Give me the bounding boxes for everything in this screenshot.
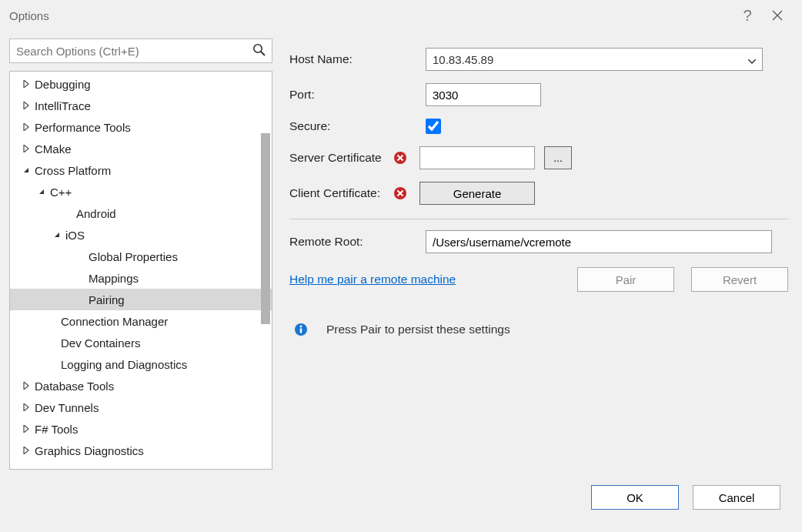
tree-item-database-tools[interactable]: Database Tools	[10, 375, 272, 396]
info-message: Press Pair to persist these settings	[326, 323, 510, 336]
chevron-right-icon[interactable]	[21, 145, 32, 152]
chevron-right-icon[interactable]	[21, 102, 32, 109]
tree-item-label: Mappings	[89, 272, 139, 285]
hostname-label: Host Name:	[289, 52, 409, 66]
tree-item-label: Dev Containers	[61, 336, 140, 350]
error-icon	[393, 151, 410, 165]
tree-item-intellitrace[interactable]: IntelliTrace	[10, 95, 272, 116]
remote-root-input[interactable]	[426, 230, 772, 253]
search-box	[9, 38, 272, 63]
window-title: Options	[9, 9, 49, 22]
server-cert-label: Server Certificate	[289, 151, 393, 165]
pair-button[interactable]: Pair	[577, 267, 674, 292]
svg-point-12	[300, 326, 302, 328]
client-cert-label: Client Certificate:	[289, 186, 393, 200]
scrollbar[interactable]	[259, 133, 272, 410]
options-tree: DebuggingIntelliTracePerformance ToolsCM…	[9, 71, 272, 470]
tree-item-graphics-diagnostics[interactable]: Graphics Diagnostics	[10, 440, 272, 461]
chevron-right-icon[interactable]	[21, 80, 32, 88]
tree-item-pairing[interactable]: Pairing	[10, 289, 272, 310]
titlebar: Options ?	[0, 0, 802, 31]
chevron-down-icon[interactable]	[748, 53, 756, 66]
tree-item-f-tools[interactable]: F# Tools	[10, 418, 272, 440]
tree-item-label: CMake	[35, 142, 72, 156]
chevron-right-icon[interactable]	[21, 123, 32, 131]
tree-item-global-properties[interactable]: Global Properties	[10, 246, 272, 267]
help-icon[interactable]: ?	[731, 0, 762, 31]
tree-item-label: Connection Manager	[61, 315, 168, 328]
tree-item-label: Pairing	[89, 293, 125, 306]
scrollbar-thumb[interactable]	[261, 133, 270, 324]
tree-item-mappings[interactable]: Mappings	[10, 267, 272, 289]
tree-item-label: Android	[76, 207, 116, 220]
chevron-down-icon[interactable]	[52, 231, 62, 239]
tree-item-label: IntelliTrace	[35, 99, 91, 112]
svg-text:?: ?	[744, 8, 752, 22]
revert-button[interactable]: Revert	[691, 267, 788, 292]
generate-button[interactable]: Generate	[419, 182, 535, 205]
dialog-footer: OK Cancel	[0, 470, 802, 510]
chevron-down-icon[interactable]	[21, 166, 32, 174]
ok-button[interactable]: OK	[591, 485, 679, 510]
chevron-right-icon[interactable]	[21, 447, 32, 454]
close-icon[interactable]	[762, 0, 793, 31]
search-input[interactable]	[9, 38, 272, 63]
tree-item-logging-and-diagnostics[interactable]: Logging and Diagnostics	[10, 353, 272, 375]
hostname-value: 10.83.45.89	[433, 53, 493, 66]
tree-item-label: Dev Tunnels	[35, 401, 99, 414]
chevron-right-icon[interactable]	[21, 425, 32, 433]
tree-item-label: C++	[50, 186, 72, 199]
port-label: Port:	[289, 88, 409, 102]
secure-checkbox[interactable]	[426, 119, 441, 134]
tree-item-label: Graphics Diagnostics	[35, 444, 144, 457]
port-input[interactable]	[426, 83, 541, 106]
tree-item-android[interactable]: Android	[10, 202, 272, 224]
info-icon	[294, 323, 308, 336]
settings-panel: Host Name: 10.83.45.89 Port: Secure: Ser…	[289, 38, 793, 470]
remote-root-label: Remote Root:	[289, 235, 426, 249]
tree-item-label: iOS	[65, 229, 85, 242]
tree-item-ios[interactable]: iOS	[10, 224, 272, 246]
svg-point-3	[254, 45, 262, 52]
help-pair-link[interactable]: Help me pair a remote machine	[289, 273, 456, 286]
tree-item-cross-platform[interactable]: Cross Platform	[10, 159, 272, 181]
tree-item-c-[interactable]: C++	[10, 181, 272, 202]
chevron-down-icon[interactable]	[36, 188, 47, 196]
tree-item-label: Cross Platform	[35, 164, 111, 177]
tree-item-label: F# Tools	[35, 423, 78, 436]
tree-item-label: Logging and Diagnostics	[61, 358, 187, 371]
tree-item-label: Global Properties	[89, 250, 178, 263]
tree-item-label: Debugging	[35, 78, 91, 91]
tree-item-dev-tunnels[interactable]: Dev Tunnels	[10, 396, 272, 418]
error-icon	[393, 186, 410, 200]
svg-rect-13	[300, 329, 302, 333]
hostname-combo[interactable]: 10.83.45.89	[426, 48, 763, 71]
tree-item-dev-containers[interactable]: Dev Containers	[10, 332, 272, 353]
tree-item-label: Database Tools	[35, 380, 114, 393]
browse-button[interactable]: ...	[544, 146, 572, 169]
tree-item-label: Performance Tools	[35, 121, 131, 134]
chevron-right-icon[interactable]	[21, 403, 32, 411]
search-icon[interactable]	[252, 43, 266, 59]
cancel-button[interactable]: Cancel	[693, 485, 780, 510]
svg-line-4	[261, 52, 265, 55]
tree-item-connection-manager[interactable]: Connection Manager	[10, 310, 272, 332]
tree-item-performance-tools[interactable]: Performance Tools	[10, 116, 272, 138]
tree-item-debugging[interactable]: Debugging	[10, 73, 272, 95]
tree-item-cmake[interactable]: CMake	[10, 138, 272, 159]
server-cert-input[interactable]	[419, 146, 535, 169]
secure-label: Secure:	[289, 119, 409, 133]
chevron-right-icon[interactable]	[21, 382, 32, 390]
